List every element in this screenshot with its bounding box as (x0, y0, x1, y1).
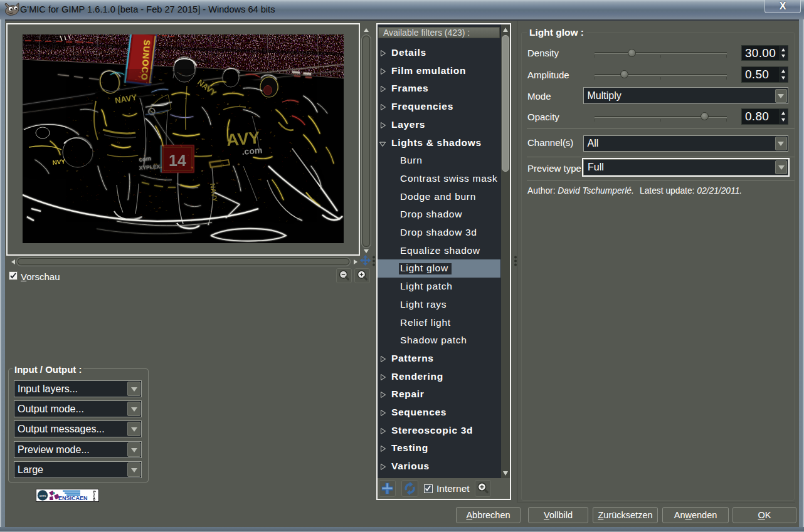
svg-text:NVY: NVY (52, 158, 66, 166)
svg-text:ENSICAEN: ENSICAEN (58, 495, 88, 501)
svg-text:cnrs: cnrs (40, 494, 46, 498)
